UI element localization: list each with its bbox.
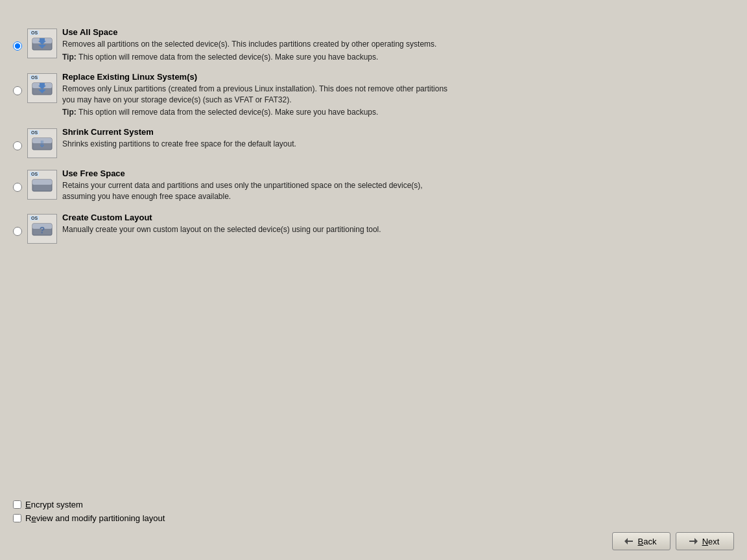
- icon-replace-linux: OS: [27, 73, 57, 103]
- svg-marker-16: [624, 538, 633, 544]
- option-item-custom-layout: OS?Create Custom LayoutManually create y…: [13, 209, 734, 244]
- option-text-shrink-current: Shrink Current SystemShrinks existing pa…: [62, 123, 734, 150]
- option-title-custom-layout: Create Custom Layout: [62, 213, 734, 222]
- checkbox-label-review-partitioning[interactable]: Review and modify partitioning layout: [25, 513, 165, 523]
- hdd-svg: [30, 32, 54, 55]
- option-title-shrink-current: Shrink Current System: [62, 127, 734, 137]
- option-title-use-all-space: Use All Space: [62, 27, 734, 37]
- option-text-replace-linux: Replace Existing Linux System(s)Removes …: [62, 68, 734, 117]
- radio-use-all-space[interactable]: [13, 41, 22, 51]
- next-button[interactable]: Next: [676, 532, 734, 550]
- back-button[interactable]: Back: [612, 532, 670, 550]
- icon-use-free-space: OS: [27, 170, 57, 200]
- checkboxes-container: Encrypt systemReview and modify partitio…: [13, 500, 734, 523]
- next-label: Next: [702, 537, 720, 546]
- checkbox-item-review-partitioning: Review and modify partitioning layout: [13, 513, 734, 523]
- options-list: OSUse All SpaceRemoves all partitions on…: [13, 23, 734, 244]
- tip-label: Tip:: [62, 52, 78, 62]
- svg-text:⇓: ⇓: [38, 139, 46, 149]
- icon-custom-layout: OS?: [27, 214, 57, 244]
- radio-use-free-space[interactable]: [13, 183, 22, 192]
- option-text-use-all-space: Use All SpaceRemoves all partitions on t…: [62, 23, 734, 62]
- option-text-custom-layout: Create Custom LayoutManually create your…: [62, 209, 734, 235]
- option-item-shrink-current: OS⇓Shrink Current SystemShrinks existing…: [13, 123, 734, 158]
- option-desc-custom-layout: Manually create your own custom layout o…: [62, 224, 451, 235]
- option-desc-use-all-space: Removes all partitions on the selected d…: [62, 39, 451, 50]
- radio-replace-linux[interactable]: [13, 86, 22, 95]
- option-tip-replace-linux: Tip: This option will remove data from t…: [62, 108, 734, 117]
- option-item-use-free-space: OSUse Free SpaceRetains your current dat…: [13, 165, 734, 202]
- option-item-use-all-space: OSUse All SpaceRemoves all partitions on…: [13, 23, 734, 62]
- checkbox-review-partitioning[interactable]: [13, 514, 21, 522]
- svg-marker-17: [689, 538, 698, 544]
- svg-text:?: ?: [40, 225, 45, 235]
- checkbox-label-encrypt-system[interactable]: Encrypt system: [25, 500, 83, 509]
- checkbox-item-encrypt-system: Encrypt system: [13, 500, 734, 509]
- back-icon: [624, 536, 634, 546]
- button-bar: Back Next: [13, 532, 734, 550]
- radio-custom-layout[interactable]: [13, 227, 22, 236]
- hdd-svg: ⇓: [30, 132, 54, 155]
- checkbox-encrypt-system[interactable]: [13, 500, 21, 509]
- svg-rect-12: [32, 180, 52, 185]
- option-item-replace-linux: OSReplace Existing Linux System(s)Remove…: [13, 68, 734, 117]
- option-desc-use-free-space: Retains your current data and partitions…: [62, 180, 451, 202]
- option-tip-use-all-space: Tip: This option will remove data from t…: [62, 52, 734, 62]
- bottom-section: Encrypt systemReview and modify partitio…: [0, 492, 747, 560]
- icon-use-all-space: OS: [27, 29, 57, 58]
- icon-shrink-current: OS⇓: [27, 128, 57, 158]
- next-icon: [688, 536, 698, 546]
- option-title-replace-linux: Replace Existing Linux System(s): [62, 72, 734, 82]
- hdd-svg: [30, 173, 54, 196]
- tip-label: Tip:: [62, 108, 78, 117]
- option-title-use-free-space: Use Free Space: [62, 169, 734, 178]
- main-content: OSUse All SpaceRemoves all partitions on…: [0, 0, 747, 244]
- hdd-svg: [30, 76, 54, 100]
- radio-shrink-current[interactable]: [13, 141, 22, 150]
- question-svg: ?: [30, 217, 54, 240]
- back-label: Back: [638, 537, 657, 546]
- option-text-use-free-space: Use Free SpaceRetains your current data …: [62, 165, 734, 202]
- option-desc-shrink-current: Shrinks existing partitions to create fr…: [62, 139, 451, 150]
- option-desc-replace-linux: Removes only Linux partitions (created f…: [62, 84, 451, 106]
